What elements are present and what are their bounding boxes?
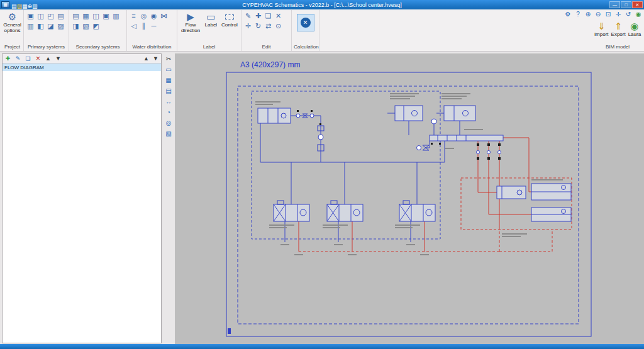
supply-piping[interactable] <box>260 113 460 242</box>
scroll-down-button[interactable]: ▼ <box>152 55 159 62</box>
cype-info-icon[interactable]: ◉ <box>635 11 642 18</box>
export-icon: ⇑ <box>614 21 623 31</box>
copy-element-icon[interactable]: ❏ <box>264 11 273 21</box>
cooling-tower-icon[interactable]: ◪ <box>46 21 55 31</box>
app-icon[interactable]: ▦ <box>1 1 9 8</box>
protractor-tool-icon[interactable]: ◔ <box>165 108 173 116</box>
laura-button[interactable]: ◉ Laura <box>628 21 641 37</box>
copy-button[interactable]: ❏ <box>25 55 31 62</box>
new-file-icon[interactable]: ▤ <box>11 3 17 9</box>
radiator-icon[interactable]: ▤ <box>71 11 80 21</box>
fan-coil-icon[interactable]: ◫ <box>91 11 101 21</box>
move-down-button[interactable]: ▼ <box>55 55 62 62</box>
hot-water-boiler-icon[interactable]: ▣ <box>26 11 35 21</box>
settings-icon[interactable]: ⚙ <box>564 11 572 18</box>
open-file-icon[interactable]: ▨ <box>17 3 23 9</box>
delete-element-icon[interactable]: ✕ <box>274 11 283 21</box>
zoom-icon[interactable]: ⊕ <box>28 3 33 9</box>
cut-tool-icon[interactable]: ✂ <box>165 55 173 63</box>
move-element-icon[interactable]: ✛ <box>243 21 253 31</box>
pipe-horizontal-icon[interactable]: ─ <box>149 21 158 31</box>
compass-tool-icon[interactable]: ◎ <box>165 119 173 127</box>
pump-icon[interactable]: ◎ <box>139 11 148 21</box>
calculation-button[interactable]: ✕ <box>297 14 314 31</box>
flow-direction-button[interactable]: ▶ Flow direction <box>179 11 202 33</box>
terminal-unit-3[interactable] <box>531 208 571 221</box>
label-button[interactable]: ▭ Label <box>203 11 219 28</box>
delete-button[interactable]: ✕ <box>35 55 42 62</box>
ribbon-group-label: ▶ Flow direction ▭ Label Control Label <box>177 10 242 51</box>
duct-network-icon[interactable]: ▥ <box>111 11 121 21</box>
condensation-boiler-icon[interactable]: ▤ <box>56 11 65 21</box>
maximize-button[interactable]: □ <box>621 1 631 8</box>
terminal-unit-1[interactable] <box>497 186 526 199</box>
heat-pump-unit-1[interactable] <box>395 106 423 121</box>
move-up-button[interactable]: ▲ <box>45 55 52 62</box>
selection-tool-icon[interactable]: ▭ <box>165 65 173 74</box>
terminal-unit-2[interactable] <box>531 184 571 200</box>
print-icon[interactable]: ▥ <box>32 3 38 9</box>
close-button[interactable]: ✕ <box>632 1 643 8</box>
heat-exchanger-icon[interactable]: ◧ <box>36 21 45 31</box>
export-button[interactable]: ⇑ Export <box>611 21 626 37</box>
label-icon: ▭ <box>206 11 215 22</box>
group-label-primary: Primary systems <box>26 43 67 51</box>
add-button[interactable]: ✚ <box>4 55 11 62</box>
schematic-drawing[interactable]: A3 (420x297) mm <box>175 53 644 344</box>
drawing-canvas[interactable]: A3 (420x297) mm <box>175 53 644 344</box>
zoom-in-icon[interactable]: ⊕ <box>584 11 592 18</box>
split-unit-icon[interactable]: ◩ <box>91 21 101 31</box>
boiler-unit[interactable] <box>258 108 291 123</box>
valve-set[interactable] <box>477 151 501 154</box>
help-icon[interactable]: ? <box>574 11 582 18</box>
grid-tool-icon[interactable]: ▦ <box>165 76 173 84</box>
group-label-label: Label <box>179 43 239 51</box>
manifold[interactable] <box>430 135 503 141</box>
shutoff-valve-icon[interactable]: ⋈ <box>159 11 169 21</box>
storage-tank-icon[interactable]: ▥ <box>26 21 35 31</box>
control-button[interactable]: Control <box>220 11 239 28</box>
ribbon-spacer <box>319 10 592 51</box>
guides-tool-icon[interactable]: ▤ <box>165 87 173 95</box>
pan-icon[interactable]: ✛ <box>614 11 622 18</box>
add-element-icon[interactable]: ✚ <box>253 11 263 21</box>
heat-pump-icon[interactable]: ◰ <box>46 11 55 21</box>
diffuser-icon[interactable]: ▧ <box>81 21 91 31</box>
status-bar <box>0 344 644 349</box>
rotate-element-icon[interactable]: ↻ <box>253 21 263 31</box>
mirror-element-icon[interactable]: ⇄ <box>264 21 273 31</box>
zoom-extents-icon[interactable]: ⊡ <box>604 11 612 18</box>
flow-direction-icon: ▶ <box>187 11 194 22</box>
minimize-button[interactable]: — <box>609 1 620 8</box>
secondary-systems-icons: ▤▦◫▣▥◨▧◩ <box>71 11 125 31</box>
solar-panel-icon[interactable]: ▨ <box>56 21 65 31</box>
pipe-vertical-icon[interactable]: ∥ <box>139 21 148 31</box>
import-button[interactable]: ⇓ Import <box>594 21 609 37</box>
search-zoom-icon[interactable]: ⊙ <box>274 21 283 31</box>
check-valve-icon[interactable]: ◁ <box>129 21 138 31</box>
view-toolbar: ⚙?⊕⊖⊡✛↺◉ <box>564 11 642 18</box>
zoom-out-icon[interactable]: ⊖ <box>594 11 602 18</box>
list-item-flow-diagram[interactable]: FLOW DIAGRAM <box>3 64 161 71</box>
circulation-pump[interactable] <box>431 119 436 124</box>
air-handling-unit-icon[interactable]: ▣ <box>101 11 111 21</box>
panel-toolbar: ✚✎❏✕▲▼ ▲▼ <box>3 54 161 64</box>
vrf-unit-icon[interactable]: ◨ <box>71 21 80 31</box>
measure-tool-icon[interactable]: ↔ <box>165 97 173 106</box>
expansion-vessel-icon[interactable]: ◉ <box>149 11 158 21</box>
ribbon: ⚙ General options Project ▣◫◰▤▥◧◪▨ Prima… <box>0 9 644 52</box>
underfloor-heating-icon[interactable]: ▦ <box>81 11 91 21</box>
previous-zoom-icon[interactable]: ↺ <box>625 11 632 18</box>
chiller-icon[interactable]: ◫ <box>36 11 45 21</box>
save-icon[interactable]: ▦ <box>22 3 28 9</box>
notes-tool-icon[interactable]: ▧ <box>165 130 173 138</box>
heat-pump-unit-2[interactable] <box>444 106 475 121</box>
collector-icon[interactable]: ≡ <box>129 11 138 21</box>
edit-element-icon[interactable]: ✎ <box>243 11 253 21</box>
window-title: CYPEHVAC Schematics - v2022.b - [C:\...\… <box>0 2 644 8</box>
calculation-icon: ✕ <box>301 18 311 28</box>
scroll-up-button[interactable]: ▲ <box>143 55 150 62</box>
edit-button[interactable]: ✎ <box>14 55 21 62</box>
general-options-button[interactable]: ⚙ General options <box>3 11 21 33</box>
ribbon-group-secondary-systems: ▤▦◫▣▥◨▧◩ Secondary systems <box>69 10 127 51</box>
